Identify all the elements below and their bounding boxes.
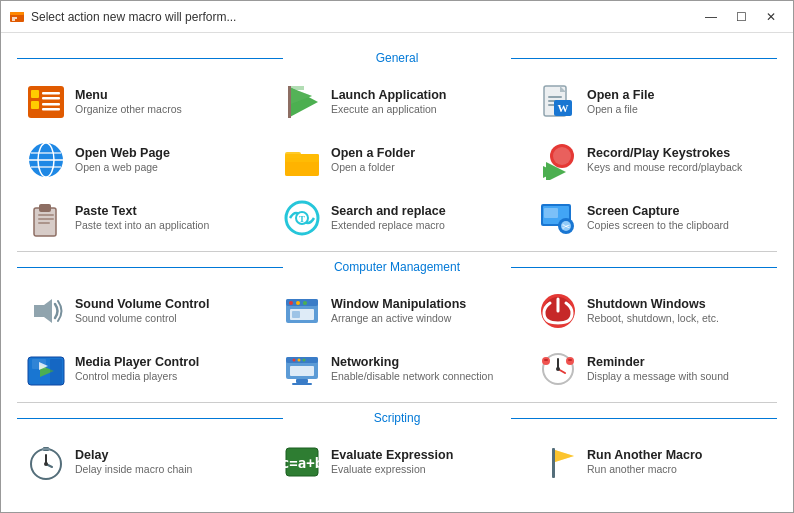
sound-icon xyxy=(25,290,67,332)
maximize-button[interactable]: ☐ xyxy=(727,7,755,27)
media-text: Media Player Control Control media playe… xyxy=(75,354,199,384)
minimize-button[interactable]: — xyxy=(697,7,725,27)
paste-icon xyxy=(25,197,67,239)
run-macro-text: Run Another Macro Run another macro xyxy=(587,447,703,477)
svg-rect-72 xyxy=(290,366,314,376)
window-manip-icon xyxy=(281,290,323,332)
action-record-keystrokes[interactable]: Record/Play Keystrokes Keys and mouse re… xyxy=(529,133,777,187)
window-icon xyxy=(9,9,25,25)
menu-icon xyxy=(25,81,67,123)
svg-text:W: W xyxy=(558,102,569,114)
main-window: Select action new macro will perform... … xyxy=(0,0,794,513)
svg-rect-73 xyxy=(296,379,308,383)
open-file-icon: W xyxy=(537,81,579,123)
window-manip-text: Window Manipulations Arrange an active w… xyxy=(331,296,466,326)
action-open-folder[interactable]: Open a Folder Open a folder xyxy=(273,133,521,187)
svg-rect-9 xyxy=(42,103,60,106)
action-open-web-page[interactable]: Open Web Page Open a web page xyxy=(17,133,265,187)
network-icon xyxy=(281,348,323,390)
svg-rect-51 xyxy=(544,208,558,218)
delay-icon xyxy=(25,441,67,483)
svg-text:c=a+b: c=a+b xyxy=(282,455,322,471)
svg-rect-7 xyxy=(42,92,60,95)
paste-text-el: Paste Text Paste text into an applicatio… xyxy=(75,203,209,233)
svg-rect-13 xyxy=(288,86,291,118)
svg-point-34 xyxy=(553,147,571,165)
screen-capture-text: Screen Capture Copies screen to the clip… xyxy=(587,203,729,233)
section-scripting-header: Scripting xyxy=(17,411,777,425)
svg-point-75 xyxy=(293,359,296,362)
action-evaluate[interactable]: c=a+b Evaluate Expression Evaluate expre… xyxy=(273,435,521,489)
computer-grid: Sound Volume Control Sound volume contro… xyxy=(17,284,777,396)
svg-rect-93 xyxy=(42,448,50,450)
action-reminder[interactable]: Reminder Display a message with sound xyxy=(529,342,777,396)
record-text: Record/Play Keystrokes Keys and mouse re… xyxy=(587,145,742,175)
svg-marker-99 xyxy=(555,450,574,462)
content-area: General Menu Or xyxy=(1,33,793,512)
svg-rect-8 xyxy=(42,97,60,100)
action-networking[interactable]: Networking Enable/disable network connec… xyxy=(273,342,521,396)
svg-marker-53 xyxy=(34,299,52,323)
action-paste-text[interactable]: Paste Text Paste text into an applicatio… xyxy=(17,191,265,245)
scripting-grid: Delay Delay inside macro chain c=a+b Eva… xyxy=(17,435,777,489)
svg-rect-60 xyxy=(292,311,300,318)
action-delay[interactable]: Delay Delay inside macro chain xyxy=(17,435,265,489)
folder-text: Open a Folder Open a folder xyxy=(331,145,415,175)
evaluate-text: Evaluate Expression Evaluate expression xyxy=(331,447,453,477)
web-icon xyxy=(25,139,67,181)
svg-point-56 xyxy=(289,301,293,305)
network-text: Networking Enable/disable network connec… xyxy=(331,354,493,384)
run-macro-icon xyxy=(537,441,579,483)
launch-icon xyxy=(281,81,323,123)
action-screen-capture[interactable]: ✂ Screen Capture Copies screen to the cl… xyxy=(529,191,777,245)
svg-text:T: T xyxy=(299,214,305,224)
screen-icon: ✂ xyxy=(537,197,579,239)
title-buttons: — ☐ ✕ xyxy=(697,7,785,27)
record-icon xyxy=(537,139,579,181)
svg-rect-43 xyxy=(38,222,50,224)
action-shutdown[interactable]: Shutdown Windows Reboot, shutdown, lock,… xyxy=(529,284,777,338)
section-general-header: General xyxy=(17,51,777,65)
section-computer-header: Computer Management xyxy=(17,260,777,274)
divider-2 xyxy=(17,402,777,403)
svg-rect-41 xyxy=(38,214,54,216)
svg-rect-40 xyxy=(39,204,51,212)
launch-text: Launch Application Execute an applicatio… xyxy=(331,87,447,117)
evaluate-icon: c=a+b xyxy=(281,441,323,483)
svg-rect-74 xyxy=(292,383,312,385)
svg-rect-85 xyxy=(544,359,548,361)
open-file-text: Open a File Open a file xyxy=(587,87,654,117)
general-grid: Menu Organize other macros xyxy=(17,75,777,245)
svg-rect-1 xyxy=(10,12,24,15)
shutdown-text: Shutdown Windows Reboot, shutdown, lock,… xyxy=(587,296,719,326)
web-text: Open Web Page Open a web page xyxy=(75,145,170,175)
close-button[interactable]: ✕ xyxy=(757,7,785,27)
reminder-text: Reminder Display a message with sound xyxy=(587,354,729,384)
svg-point-58 xyxy=(303,301,307,305)
svg-point-91 xyxy=(44,462,48,466)
folder-icon xyxy=(281,139,323,181)
search-replace-icon: T xyxy=(281,197,323,239)
media-icon xyxy=(25,348,67,390)
action-menu[interactable]: Menu Organize other macros xyxy=(17,75,265,129)
svg-rect-32 xyxy=(285,154,319,162)
action-launch-application[interactable]: Launch Application Execute an applicatio… xyxy=(273,75,521,129)
action-media-player[interactable]: Media Player Control Control media playe… xyxy=(17,342,265,396)
svg-text:✂: ✂ xyxy=(562,221,570,232)
reminder-icon xyxy=(537,348,579,390)
action-open-file[interactable]: W Open a File Open a file xyxy=(529,75,777,129)
svg-rect-10 xyxy=(42,108,60,111)
delay-text: Delay Delay inside macro chain xyxy=(75,447,192,477)
svg-rect-6 xyxy=(31,101,39,109)
action-sound-volume[interactable]: Sound Volume Control Sound volume contro… xyxy=(17,284,265,338)
svg-rect-19 xyxy=(548,96,562,98)
action-search-replace[interactable]: T Search and replace Extended replace ma… xyxy=(273,191,521,245)
window-title: Select action new macro will perform... xyxy=(31,10,697,24)
title-bar: Select action new macro will perform... … xyxy=(1,1,793,33)
svg-rect-42 xyxy=(38,218,54,220)
action-run-macro[interactable]: Run Another Macro Run another macro xyxy=(529,435,777,489)
svg-rect-86 xyxy=(568,359,572,361)
svg-rect-5 xyxy=(31,90,39,98)
sound-text: Sound Volume Control Sound volume contro… xyxy=(75,296,209,326)
action-window-manipulations[interactable]: Window Manipulations Arrange an active w… xyxy=(273,284,521,338)
